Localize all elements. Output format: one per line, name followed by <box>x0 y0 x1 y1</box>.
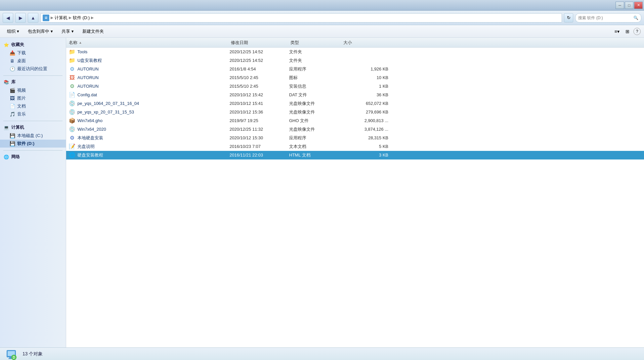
drive-d-icon: 💾 <box>9 141 15 147</box>
file-name-0: Tools <box>77 49 230 54</box>
table-row[interactable]: 🌐 硬盘安装教程 2016/11/21 22:03 HTML 文档 3 KB <box>66 151 644 159</box>
sidebar-item-video[interactable]: 🎬 视频 <box>0 86 66 94</box>
file-date-9: 2020/12/25 11:32 <box>230 127 289 132</box>
sidebar-favorites-header: ⭐ 收藏夹 <box>0 40 66 49</box>
breadcrumb-sep1: ▶ <box>51 16 53 20</box>
back-button[interactable]: ◀ <box>3 13 13 23</box>
refresh-button[interactable]: ↻ <box>564 13 573 22</box>
sidebar-item-desktop[interactable]: 🖥 桌面 <box>0 57 66 65</box>
library-icon: 📚 <box>3 79 9 85</box>
sidebar-item-music[interactable]: 🎵 音乐 <box>0 110 66 118</box>
sidebar-item-drive-d[interactable]: 💾 软件 (D:) <box>0 140 66 148</box>
recent-label: 最近访问的位置 <box>17 66 47 72</box>
back-icon: ◀ <box>6 15 10 21</box>
file-size-7: 279,696 KB <box>342 110 388 114</box>
table-row[interactable]: 📦 Win7x64.gho 2019/9/7 19:25 GHO 文件 2,90… <box>66 116 644 125</box>
sidebar-item-drive-c[interactable]: 💾 本地磁盘 (C:) <box>0 132 66 140</box>
breadcrumb-bar[interactable]: 🖥 ▶ 计算机 ▶ 软件 (D:) ▶ <box>40 13 562 22</box>
breadcrumb-drive[interactable]: 软件 (D:) <box>73 15 90 21</box>
sidebar-divider-1 <box>3 75 63 76</box>
sidebar-item-downloads[interactable]: 📥 下载 <box>0 49 66 57</box>
file-name-3: AUTORUN <box>77 75 230 80</box>
organize-dropdown-icon: ▾ <box>17 29 19 34</box>
col-size-header[interactable]: 大小 <box>343 40 390 46</box>
table-row[interactable]: 💿 pe_yqs_1064_20_07_31_16_04 2020/10/12 … <box>66 99 644 108</box>
file-type-5: DAT 文件 <box>289 92 342 98</box>
computer-icon: 💻 <box>3 124 9 130</box>
file-type-10: 应用程序 <box>289 135 342 141</box>
file-size-11: 5 KB <box>342 144 388 149</box>
search-input[interactable] <box>578 16 632 20</box>
sidebar-network-section: 🌐 网络 <box>0 153 66 161</box>
pictures-icon: 🖼 <box>9 95 15 101</box>
sidebar-item-pictures[interactable]: 🖼 图片 <box>0 94 66 102</box>
table-row[interactable]: ⚙ AUTORUN 2015/5/10 2:45 安装信息 1 KB <box>66 82 644 91</box>
file-date-7: 2020/10/12 15:36 <box>230 110 289 114</box>
sidebar-item-recent[interactable]: 🕐 最近访问的位置 <box>0 65 66 73</box>
view-list-button[interactable]: ≡▾ <box>612 27 622 36</box>
sidebar-library-header: 📚 库 <box>0 78 66 86</box>
file-name-8: Win7x64.gho <box>77 118 230 123</box>
file-date-3: 2015/5/10 2:45 <box>230 75 289 80</box>
refresh-icon: ↻ <box>567 15 571 20</box>
share-dropdown-icon: ▾ <box>71 29 74 34</box>
file-type-9: 光盘映像文件 <box>289 126 342 132</box>
sidebar: ⭐ 收藏夹 📥 下载 🖥 桌面 🕐 最近访问的位置 📚 库 � <box>0 38 66 347</box>
file-type-0: 文件夹 <box>289 49 342 55</box>
file-name-1: U盘安装教程 <box>77 58 230 64</box>
sidebar-divider-3 <box>3 150 63 151</box>
table-row[interactable]: 📁 U盘安装教程 2020/12/25 14:52 文件夹 <box>66 56 644 65</box>
desktop-icon: 🖥 <box>9 58 15 64</box>
file-icon-7: 💿 <box>69 109 75 115</box>
maximize-button[interactable]: □ <box>625 2 633 9</box>
col-date-header[interactable]: 修改日期 <box>231 40 290 46</box>
table-row[interactable]: 🖼 AUTORUN 2015/5/10 2:45 图标 10 KB <box>66 73 644 82</box>
include-button[interactable]: 包含到库中 ▾ <box>24 27 57 36</box>
file-icon-12: 🌐 <box>69 152 75 158</box>
pictures-label: 图片 <box>17 95 26 101</box>
file-type-12: HTML 文档 <box>289 152 342 158</box>
titlebar: ─ □ ✕ <box>0 0 644 11</box>
file-icon-8: 📦 <box>69 117 75 124</box>
newfolder-button[interactable]: 新建文件夹 <box>79 27 107 36</box>
file-name-10: 本地硬盘安装 <box>77 135 230 141</box>
table-row[interactable]: 📄 Config.dat 2020/10/12 15:42 DAT 文件 36 … <box>66 91 644 99</box>
table-row[interactable]: 💿 Win7x64_2020 2020/12/25 11:32 光盘映像文件 3… <box>66 125 644 134</box>
sidebar-item-documents[interactable]: 📄 文档 <box>0 102 66 110</box>
table-row[interactable]: ⚙ AUTORUN 2016/1/8 4:54 应用程序 1,926 KB <box>66 65 644 73</box>
forward-icon: ▶ <box>19 15 22 21</box>
library-label: 库 <box>11 79 16 85</box>
minimize-button[interactable]: ─ <box>616 2 624 9</box>
drive-c-icon: 💾 <box>9 133 15 139</box>
table-row[interactable]: 💿 pe_yqs_xp_20_07_31_15_53 2020/10/12 15… <box>66 108 644 116</box>
search-bar[interactable]: 🔍 <box>575 13 641 22</box>
file-icon-10: ⚙ <box>69 135 75 141</box>
organize-label: 组织 <box>7 28 16 34</box>
titlebar-buttons: ─ □ ✕ <box>616 2 643 9</box>
col-name-header[interactable]: 名称 ▲ <box>69 40 231 46</box>
table-row[interactable]: 📝 光盘说明 2016/10/23 7:07 文本文档 5 KB <box>66 142 644 151</box>
column-header: 名称 ▲ 修改日期 类型 大小 <box>66 38 644 48</box>
help-button[interactable]: ? <box>633 28 641 35</box>
organize-button[interactable]: 组织 ▾ <box>3 27 23 36</box>
sidebar-computer-section: 💻 计算机 💾 本地磁盘 (C:) 💾 软件 (D:) <box>0 123 66 148</box>
file-icon-11: 📝 <box>69 143 75 150</box>
breadcrumb-computer[interactable]: 计算机 <box>55 15 67 21</box>
forward-button[interactable]: ▶ <box>15 13 26 23</box>
main-layout: ⭐ 收藏夹 📥 下载 🖥 桌面 🕐 最近访问的位置 📚 库 � <box>0 38 644 347</box>
documents-icon: 📄 <box>9 103 15 109</box>
sidebar-divider-2 <box>3 121 63 121</box>
recent-icon: 🕐 <box>9 66 15 72</box>
up-button[interactable]: ▲ <box>28 13 38 23</box>
file-type-6: 光盘映像文件 <box>289 101 342 107</box>
table-row[interactable]: ⚙ 本地硬盘安装 2020/10/12 15:30 应用程序 28,315 KB <box>66 134 644 142</box>
file-type-2: 应用程序 <box>289 66 342 72</box>
share-button[interactable]: 共享 ▾ <box>58 27 77 36</box>
close-button[interactable]: ✕ <box>634 2 643 9</box>
table-row[interactable]: 📁 Tools 2020/12/25 14:52 文件夹 <box>66 48 644 56</box>
file-date-0: 2020/12/25 14:52 <box>230 49 289 54</box>
downloads-label: 下载 <box>17 50 26 56</box>
file-icon-5: 📄 <box>69 92 75 98</box>
view-grid-button[interactable]: ⊞ <box>623 27 632 36</box>
col-type-header[interactable]: 类型 <box>290 40 343 46</box>
